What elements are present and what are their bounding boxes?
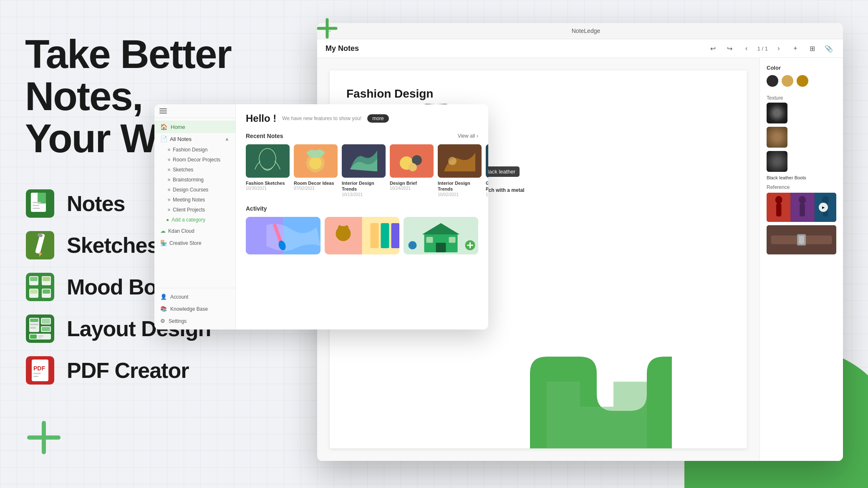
note-card-graphic[interactable]: Graphic Design Portfolio 11/02/2021 bbox=[486, 144, 488, 197]
svg-text:PDF: PDF bbox=[33, 365, 45, 372]
svg-rect-15 bbox=[30, 277, 38, 281]
svg-rect-36 bbox=[33, 376, 38, 377]
greeting-subtitle: We have new features to show you! bbox=[282, 116, 361, 121]
svg-rect-4 bbox=[33, 205, 39, 206]
swatch-black[interactable] bbox=[767, 75, 778, 87]
svg-point-76 bbox=[309, 157, 322, 169]
sidebar-header bbox=[154, 104, 235, 118]
sidebar-fashion-design[interactable]: Fashion Design bbox=[154, 145, 235, 155]
add-page-icon[interactable]: + bbox=[790, 43, 801, 54]
note-title-brief: Design Brief bbox=[390, 180, 434, 186]
note-card-brief[interactable]: Design Brief 10/24/2021 bbox=[390, 144, 434, 197]
collapse-arrow-icon: ▲ bbox=[225, 136, 230, 142]
sidebar-settings[interactable]: ⚙ Settings bbox=[154, 315, 235, 327]
note-thumb-room bbox=[294, 144, 338, 178]
note-date-graphic: 11/02/2021 bbox=[486, 192, 488, 197]
swatch-gold[interactable] bbox=[782, 75, 793, 87]
svg-rect-25 bbox=[42, 319, 50, 324]
sidebar-design-courses[interactable]: Design Courses bbox=[154, 185, 235, 195]
kdan-cloud-label: Kdan Cloud bbox=[168, 228, 194, 234]
grid-view-icon[interactable]: ⊞ bbox=[806, 43, 818, 54]
recent-notes-title: Recent Notes bbox=[246, 133, 283, 139]
svg-rect-31 bbox=[38, 337, 42, 338]
sidebar-home[interactable]: 🏠 Home bbox=[154, 121, 235, 133]
pdf-creator-icon: PDF bbox=[25, 355, 55, 385]
svg-rect-65 bbox=[800, 204, 805, 216]
sidebar-sketches[interactable]: Sketches bbox=[154, 165, 235, 175]
texture-section-title: Texture bbox=[767, 95, 836, 101]
sidebar-all-notes[interactable]: 📄 All Notes ▲ bbox=[154, 133, 235, 145]
fashion-design-title: Fashion Design bbox=[346, 87, 730, 101]
svg-rect-103 bbox=[426, 237, 433, 243]
svg-rect-95 bbox=[391, 223, 400, 248]
sidebar-client-projects[interactable]: Client Projects bbox=[154, 205, 235, 215]
svg-rect-104 bbox=[449, 237, 456, 243]
note-card-fashion[interactable]: Fashion Sketches 10/30/2021 bbox=[246, 144, 290, 197]
play-button[interactable]: ▶ bbox=[819, 203, 828, 212]
dot-icon-7 bbox=[168, 209, 170, 211]
svg-rect-3 bbox=[33, 202, 41, 203]
settings-icon: ⚙ bbox=[160, 318, 165, 324]
home-icon: 🏠 bbox=[160, 123, 167, 130]
sidebar-kdan-cloud[interactable]: ☁ Kdan Cloud bbox=[154, 225, 235, 237]
note-title-fashion: Fashion Sketches bbox=[246, 180, 290, 186]
note-date-fashion: 10/30/2021 bbox=[246, 186, 290, 191]
sidebar-creative-store[interactable]: 🏪 Creative Store bbox=[154, 237, 235, 249]
svg-point-83 bbox=[448, 157, 457, 165]
texture-name: Black leather Boots bbox=[767, 175, 836, 180]
attach-icon[interactable]: 📎 bbox=[823, 43, 835, 54]
chevron-right-icon: › bbox=[477, 133, 478, 139]
add-category-label: Add a category bbox=[172, 217, 205, 223]
store-icon: 🏪 bbox=[160, 240, 167, 246]
sidebar-room-decor[interactable]: Room Decor Projects bbox=[154, 155, 235, 165]
swatch-dark-gold[interactable] bbox=[797, 75, 808, 87]
redo-icon[interactable]: ↪ bbox=[724, 43, 736, 54]
svg-rect-72 bbox=[246, 144, 290, 178]
mood-boards-icon bbox=[25, 272, 55, 302]
client-projects-label: Client Projects bbox=[173, 207, 205, 213]
cloud-icon: ☁ bbox=[160, 228, 166, 234]
sidebar-add-category[interactable]: ● Add a category bbox=[154, 215, 235, 225]
note-thumb-interior2 bbox=[438, 144, 482, 178]
sidebar-knowledge-base[interactable]: 📚 Knowledge Base bbox=[154, 303, 235, 315]
svg-rect-63 bbox=[776, 204, 782, 216]
reference-image-people: ▶ bbox=[767, 193, 836, 222]
texture-thumb-black bbox=[767, 151, 787, 172]
note-card-interior[interactable]: Interior Design Trends 10/13/2021 bbox=[342, 144, 386, 197]
note-thumb-fashion bbox=[246, 144, 290, 178]
knowledge-icon: 📚 bbox=[160, 306, 167, 312]
note-card-room[interactable]: Room Decor Ideas 07/02/2021 bbox=[294, 144, 338, 197]
all-notes-icon: 📄 bbox=[160, 136, 167, 142]
room-decor-label: Room Decor Projects bbox=[173, 157, 220, 163]
svg-point-81 bbox=[409, 163, 417, 171]
texture-thumb-dark bbox=[767, 103, 787, 123]
settings-label: Settings bbox=[169, 318, 187, 324]
note-card-interior2[interactable]: Interior Design Trends 10/02/2021 bbox=[438, 144, 482, 197]
sidebar-account[interactable]: 👤 Account bbox=[154, 291, 235, 303]
note-thumb-interior bbox=[342, 144, 386, 178]
prev-page-icon[interactable]: ‹ bbox=[741, 43, 752, 54]
sketches-label: Sketches bbox=[67, 233, 159, 258]
view-all-link[interactable]: View all › bbox=[458, 133, 478, 139]
activity-card-1[interactable] bbox=[246, 217, 320, 254]
next-page-icon[interactable]: › bbox=[773, 43, 785, 54]
sidebar-nav: 🏠 Home 📄 All Notes ▲ Fashion Design Room… bbox=[154, 118, 235, 288]
dot-icon-2 bbox=[168, 158, 170, 161]
undo-icon[interactable]: ↩ bbox=[707, 43, 719, 54]
note-date-room: 07/02/2021 bbox=[294, 186, 338, 191]
notes-icon bbox=[25, 189, 55, 219]
design-courses-label: Design Courses bbox=[173, 187, 208, 193]
activity-card-3[interactable] bbox=[404, 217, 478, 254]
svg-rect-30 bbox=[38, 335, 43, 337]
dot-icon-6 bbox=[168, 199, 170, 201]
activity-card-2[interactable] bbox=[325, 217, 399, 254]
activity-grid bbox=[246, 217, 478, 254]
sidebar-meeting-notes[interactable]: Meeting Notes bbox=[154, 195, 235, 205]
more-button[interactable]: more bbox=[367, 114, 389, 123]
svg-rect-93 bbox=[371, 223, 379, 248]
fashion-design-label: Fashion Design bbox=[173, 147, 207, 153]
toolbar-icons: ↩ ↪ ‹ 1 / 1 › + ⊞ 📎 bbox=[707, 43, 835, 54]
hamburger-menu[interactable] bbox=[159, 108, 167, 113]
back-app-name: NoteLedge bbox=[337, 28, 835, 34]
sidebar-brainstorming[interactable]: Brainstorming bbox=[154, 175, 235, 185]
